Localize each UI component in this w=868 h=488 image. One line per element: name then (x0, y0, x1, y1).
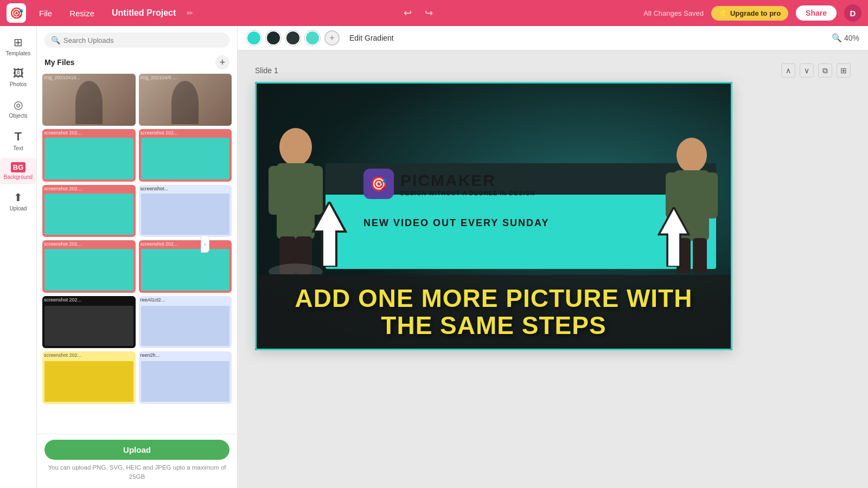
svg-marker-13 (313, 202, 346, 267)
objects-icon: ◎ (14, 98, 23, 111)
picmaker-sub: DESIGN WITHOUT A DEGREE IN DESIGN (400, 190, 535, 196)
upload-icon: ⬆ (14, 191, 23, 204)
search-input[interactable] (63, 36, 223, 44)
svg-rect-10 (706, 172, 718, 219)
topbar: 🎯 File Resize Untitled Project ✏ ↩ ↪ All… (0, 0, 868, 26)
gradient-label: Edit Gradient (349, 34, 394, 42)
picmaker-title: PICMAKER (400, 171, 535, 190)
sidebar-item-background-label: Background (4, 174, 33, 180)
file-thumb-10[interactable]: reeAl1ct2... (139, 296, 232, 348)
file-thumb-9[interactable]: screenshot 202... (42, 296, 136, 348)
text-icon: T (15, 130, 22, 144)
project-title: Untitled Project (112, 8, 176, 18)
sidebar-item-upload-label: Upload (10, 206, 27, 211)
sidebar-item-objects-label: Objects (9, 113, 28, 119)
star-icon: ⭐ (719, 9, 727, 17)
canvas-area: + Edit Gradient 🔍 40% Slide 1 ∧ ∨ ⧉ ⊞ (238, 26, 868, 488)
file-thumb-11[interactable]: screenshot 202... (42, 351, 136, 403)
background-icon: BG (11, 162, 26, 172)
zoom-indicator: 🔍 40% (832, 33, 859, 43)
sidebar-item-background[interactable]: BG Background (0, 158, 36, 184)
file-thumb-3[interactable]: screenshot 202... (42, 129, 136, 181)
color-swatch-dark1[interactable] (266, 30, 281, 46)
main-area: ⊞ Templates 🖼 Photos ◎ Objects T Text BG… (0, 26, 868, 488)
sidebar-item-text-label: Text (13, 145, 23, 151)
toolbar-row: + Edit Gradient 🔍 40% (238, 26, 868, 50)
color-swatch-dark2[interactable] (285, 30, 301, 46)
upload-panel: 🔍 My Files + img_20210416... img_202104/… (37, 26, 238, 488)
upload-button[interactable]: Upload (44, 440, 229, 460)
file-thumb-5[interactable]: screenshot 202... (42, 185, 136, 237)
user-avatar[interactable]: D (844, 4, 861, 22)
sidebar-item-text[interactable]: T Text (0, 125, 36, 156)
file-thumb-8[interactable]: screenshot 202... (139, 240, 232, 292)
sidebar-icons: ⊞ Templates 🖼 Photos ◎ Objects T Text BG… (0, 26, 37, 488)
app-logo: 🎯 (7, 3, 26, 23)
add-color-button[interactable]: + (324, 30, 340, 46)
logo-area: 🎯 PICMAKER DESIGN WITHOUT A DEGREE IN DE… (363, 169, 535, 199)
sunday-text: NEW VIDEO OUT EVERY SUNDAY (363, 217, 549, 229)
collapse-panel-button[interactable]: ‹ (201, 235, 209, 253)
slide-controls: ∧ ∨ ⧉ ⊞ (781, 63, 851, 78)
overlay-line1: ADD ONE MORE PICTURE WITH (266, 285, 722, 312)
svg-marker-14 (659, 207, 689, 267)
file-thumb-7[interactable]: screenshot 202... (42, 240, 136, 292)
resize-menu-button[interactable]: Resize (65, 7, 99, 20)
sidebar-item-templates[interactable]: ⊞ Templates (0, 31, 36, 61)
slide-label: Slide 1 (255, 66, 278, 75)
file-thumb-6[interactable]: screenshot... (139, 185, 232, 237)
my-files-label: My Files (44, 58, 74, 67)
sidebar-item-upload[interactable]: ⬆ Upload (0, 187, 36, 216)
topbar-right: All Changes Saved ⭐ Upgrade to pro Share… (643, 4, 861, 22)
search-icon: 🔍 (51, 36, 60, 44)
file-grid: img_20210416... img_202104/6 ... screens… (37, 74, 237, 434)
photos-icon: 🖼 (13, 67, 24, 80)
upload-section: Upload You can upload PNG, SVG, HEIC and… (37, 434, 237, 489)
overlay-line2: THE SAME STEPS (266, 312, 722, 339)
templates-icon: ⊞ (14, 36, 23, 49)
slide-copy-button[interactable]: ⧉ (818, 63, 832, 78)
sidebar-item-photos-label: Photos (10, 81, 27, 87)
save-status: All Changes Saved (643, 9, 704, 17)
sidebar-item-templates-label: Templates (6, 50, 31, 56)
svg-point-7 (676, 138, 707, 172)
topbar-center: ↩ ↪ (202, 7, 635, 19)
search-input-wrap: 🔍 (44, 33, 229, 48)
color-swatch-teal2[interactable] (305, 30, 320, 46)
svg-point-0 (279, 128, 312, 166)
search-bar: 🔍 (37, 26, 237, 52)
slide-add-button[interactable]: ⊞ (837, 63, 851, 78)
sidebar-item-objects[interactable]: ◎ Objects (0, 94, 36, 123)
picmaker-text-area: PICMAKER DESIGN WITHOUT A DEGREE IN DESI… (400, 171, 535, 196)
color-swatch-teal[interactable] (246, 30, 261, 46)
upgrade-button[interactable]: ⭐ Upgrade to pro (711, 6, 788, 21)
slide-area: Slide 1 ∧ ∨ ⧉ ⊞ 🎯 (238, 50, 868, 488)
zoom-icon: 🔍 (832, 33, 842, 43)
picmaker-logo-icon: 🎯 (363, 169, 394, 199)
edit-pencil-icon[interactable]: ✏ (187, 9, 193, 17)
svg-rect-2 (269, 166, 282, 215)
slide-up-button[interactable]: ∧ (781, 63, 795, 78)
redo-button[interactable]: ↪ (425, 7, 433, 19)
file-thumb-1[interactable]: img_20210416... (42, 74, 136, 126)
arrow-left (307, 202, 353, 269)
slide-canvas[interactable]: 🎯 PICMAKER DESIGN WITHOUT A DEGREE IN DE… (255, 82, 732, 350)
file-thumb-2[interactable]: img_202104/6 ... (139, 74, 232, 126)
share-button[interactable]: Share (796, 5, 837, 21)
arrow-right (651, 207, 697, 269)
slide-header: Slide 1 ∧ ∨ ⧉ ⊞ (255, 63, 851, 78)
zoom-value: 40% (844, 34, 859, 42)
upload-hint: You can upload PNG, SVG, HEIC and JPEG u… (44, 463, 229, 482)
my-files-header: My Files + (37, 52, 237, 74)
slide-down-button[interactable]: ∨ (800, 63, 814, 78)
overlay-text: ADD ONE MORE PICTURE WITH THE SAME STEPS (255, 275, 732, 350)
add-files-button[interactable]: + (215, 55, 229, 69)
undo-button[interactable]: ↩ (404, 7, 412, 19)
file-thumb-12[interactable]: reen2h... (139, 351, 232, 403)
sidebar-item-photos[interactable]: 🖼 Photos (0, 63, 36, 92)
file-thumb-4[interactable]: screenshot 202... (139, 129, 232, 181)
file-menu-button[interactable]: File (35, 7, 56, 20)
